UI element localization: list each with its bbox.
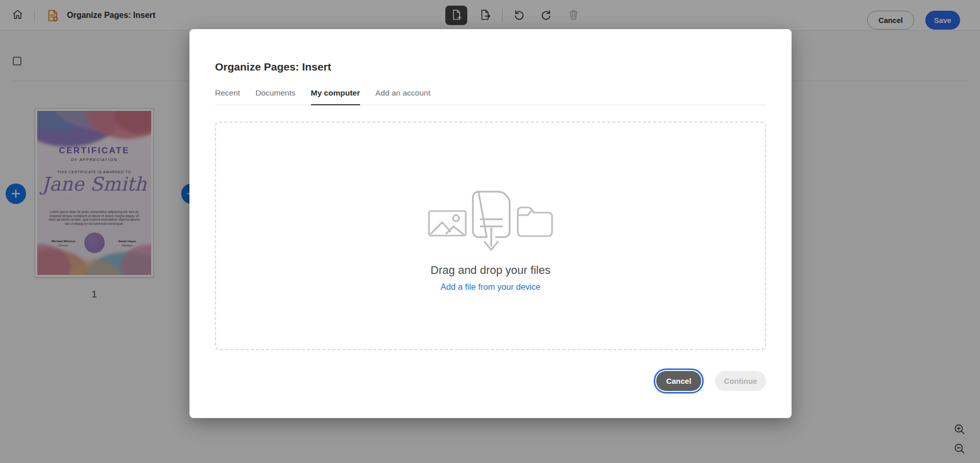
folder-icon xyxy=(516,206,554,240)
dropzone-heading: Drag and drop your files xyxy=(216,264,765,277)
dialog-continue-button[interactable]: Continue xyxy=(715,371,766,391)
tab-recent[interactable]: Recent xyxy=(215,88,240,105)
insert-dialog: Organize Pages: Insert Recent Documents … xyxy=(189,29,792,418)
dialog-title: Organize Pages: Insert xyxy=(215,61,331,73)
file-dropzone[interactable]: Drag and drop your files Add a file from… xyxy=(215,122,766,350)
image-icon xyxy=(428,210,467,239)
source-tabs: Recent Documents My computer Add an acco… xyxy=(215,88,766,105)
dropzone-illustration xyxy=(428,191,554,253)
tab-add-an-account[interactable]: Add an account xyxy=(375,88,431,105)
add-file-from-device-link[interactable]: Add a file from your device xyxy=(441,282,540,291)
dialog-cancel-button[interactable]: Cancel xyxy=(656,371,701,391)
tab-my-computer[interactable]: My computer xyxy=(311,88,360,105)
document-download-icon xyxy=(471,191,511,255)
tab-documents[interactable]: Documents xyxy=(255,88,295,105)
